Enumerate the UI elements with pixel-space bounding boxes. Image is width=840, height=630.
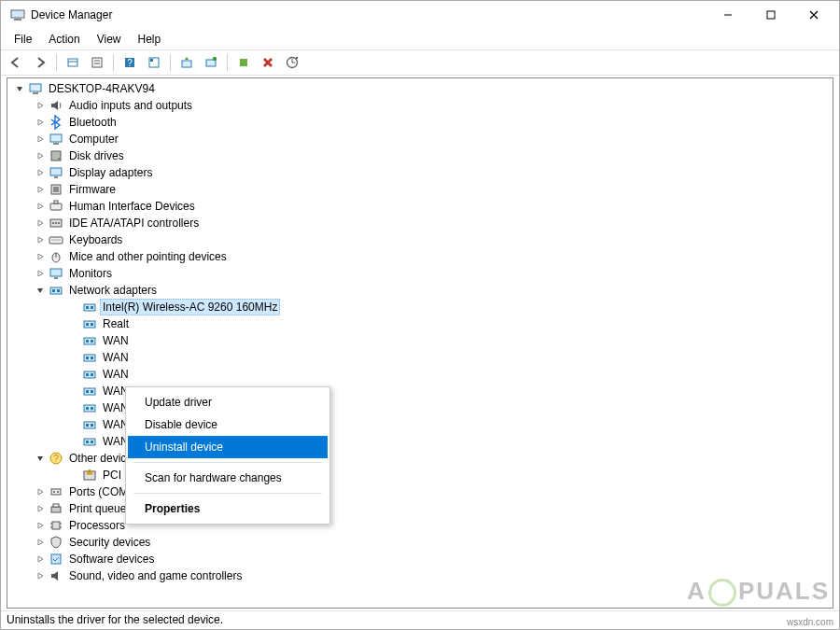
expand-icon[interactable] bbox=[34, 233, 47, 246]
expand-icon[interactable] bbox=[34, 149, 47, 162]
menu-help[interactable]: Help bbox=[131, 31, 169, 48]
context-menu-uninstall[interactable]: Uninstall device bbox=[128, 436, 328, 458]
collapse-icon[interactable] bbox=[34, 452, 47, 465]
uninstall-device-button[interactable] bbox=[257, 51, 279, 74]
svg-rect-66 bbox=[91, 407, 93, 410]
menu-view[interactable]: View bbox=[90, 31, 129, 48]
expand-icon[interactable] bbox=[34, 553, 47, 566]
update-driver-button[interactable] bbox=[175, 51, 198, 74]
svg-text:?: ? bbox=[127, 58, 133, 68]
minimize-button[interactable] bbox=[707, 1, 749, 29]
svg-rect-28 bbox=[54, 176, 58, 178]
tree-category[interactable]: Monitors bbox=[7, 265, 833, 282]
scan-hardware-button[interactable] bbox=[281, 51, 303, 74]
svg-rect-71 bbox=[86, 441, 89, 443]
svg-point-34 bbox=[52, 222, 54, 224]
context-menu-scan[interactable]: Scan for hardware changes bbox=[128, 467, 328, 489]
menu-action[interactable]: Action bbox=[41, 31, 87, 48]
status-bar: Uninstalls the driver for the selected d… bbox=[1, 610, 839, 629]
expand-icon[interactable] bbox=[34, 267, 47, 280]
tree-device[interactable]: WAN bbox=[7, 349, 833, 366]
svg-rect-56 bbox=[86, 357, 89, 359]
tree-category[interactable]: Firmware bbox=[7, 181, 833, 198]
expand-icon[interactable] bbox=[34, 166, 47, 179]
computer-icon bbox=[28, 81, 43, 96]
svg-rect-41 bbox=[50, 269, 62, 276]
close-button[interactable] bbox=[792, 1, 835, 29]
tree-device[interactable]: Realt bbox=[7, 315, 833, 332]
tree-device[interactable]: WAN bbox=[7, 366, 833, 383]
svg-rect-64 bbox=[84, 405, 95, 412]
expand-icon[interactable] bbox=[34, 250, 47, 263]
tree-device[interactable]: Intel(R) Wireless-AC 9260 160MHz bbox=[7, 299, 833, 315]
tree-category[interactable]: Mice and other pointing devices bbox=[7, 248, 833, 265]
expand-icon[interactable] bbox=[34, 116, 47, 129]
svg-rect-31 bbox=[50, 203, 62, 210]
expand-icon[interactable] bbox=[34, 200, 47, 213]
svg-rect-21 bbox=[30, 84, 41, 91]
tree-category-label: Firmware bbox=[67, 182, 118, 197]
tree-category[interactable]: Software devices bbox=[7, 551, 833, 567]
properties-button[interactable] bbox=[86, 51, 108, 74]
tree-category[interactable]: Display adapters bbox=[7, 164, 833, 181]
context-menu-update[interactable]: Update driver bbox=[128, 391, 328, 413]
display-icon bbox=[49, 165, 63, 180]
tree-root[interactable]: DESKTOP-4RAKV94 bbox=[7, 80, 833, 97]
tree-category[interactable]: Computer bbox=[7, 131, 833, 147]
update-driver-alt-button[interactable] bbox=[200, 51, 222, 74]
back-button[interactable] bbox=[5, 51, 27, 74]
tree-category[interactable]: Bluetooth bbox=[7, 114, 833, 131]
details-button[interactable] bbox=[143, 51, 165, 74]
tree-category[interactable]: Security devices bbox=[7, 534, 833, 551]
help-button[interactable]: ? bbox=[119, 51, 141, 74]
enable-device-button[interactable] bbox=[232, 51, 255, 74]
tree-category[interactable]: Sound, video and game controllers bbox=[7, 567, 833, 584]
svg-rect-42 bbox=[54, 277, 58, 279]
maximize-button[interactable] bbox=[749, 1, 792, 29]
expand-icon[interactable] bbox=[34, 99, 47, 112]
show-hidden-button[interactable] bbox=[62, 51, 84, 74]
tree-category-label: Human Interface Devices bbox=[67, 199, 197, 214]
tree-device[interactable]: WAN bbox=[7, 332, 833, 349]
menu-file[interactable]: File bbox=[7, 31, 39, 48]
expand-icon[interactable] bbox=[34, 569, 47, 582]
device-tree-scroll[interactable]: DESKTOP-4RAKV94 Audio inputs and outputs… bbox=[7, 78, 833, 608]
tree-category[interactable]: Audio inputs and outputs bbox=[7, 97, 833, 114]
expand-icon[interactable] bbox=[34, 536, 47, 549]
svg-rect-24 bbox=[53, 143, 59, 145]
tree-category[interactable]: IDE ATA/ATAPI controllers bbox=[7, 215, 833, 231]
expand-icon[interactable] bbox=[34, 217, 47, 230]
svg-rect-7 bbox=[68, 59, 77, 66]
expand-icon[interactable] bbox=[34, 133, 47, 146]
svg-rect-62 bbox=[86, 390, 89, 393]
context-menu-disable[interactable]: Disable device bbox=[128, 413, 328, 436]
svg-rect-54 bbox=[91, 340, 93, 343]
warn-icon: ! bbox=[82, 468, 97, 483]
expand-icon[interactable] bbox=[34, 502, 47, 515]
menu-bar: File Action View Help bbox=[1, 29, 839, 49]
forward-button[interactable] bbox=[29, 51, 51, 74]
collapse-icon[interactable] bbox=[34, 284, 47, 297]
collapse-icon[interactable] bbox=[13, 82, 26, 95]
tree-device-label: WAN bbox=[101, 367, 131, 382]
expand-icon[interactable] bbox=[34, 183, 47, 196]
tree-category[interactable]: Disk drives bbox=[7, 147, 833, 164]
tree-category[interactable]: Network adapters bbox=[7, 282, 833, 299]
expand-icon[interactable] bbox=[34, 485, 47, 498]
expand-icon[interactable] bbox=[34, 519, 47, 532]
firmware-icon bbox=[49, 182, 63, 197]
tree-category-label: Bluetooth bbox=[67, 115, 119, 130]
port-icon bbox=[49, 484, 63, 499]
nic-icon bbox=[82, 333, 97, 348]
svg-rect-59 bbox=[86, 373, 89, 376]
mouse-icon bbox=[49, 249, 63, 264]
tree-category-label: Computer bbox=[67, 132, 120, 147]
svg-rect-63 bbox=[91, 390, 93, 393]
svg-point-36 bbox=[58, 222, 60, 224]
tree-category[interactable]: Keyboards bbox=[7, 231, 833, 248]
svg-rect-23 bbox=[50, 134, 62, 142]
svg-rect-77 bbox=[51, 489, 61, 495]
context-menu-properties[interactable]: Properties bbox=[128, 497, 328, 520]
svg-rect-51 bbox=[91, 323, 93, 326]
tree-category[interactable]: Human Interface Devices bbox=[7, 198, 833, 215]
